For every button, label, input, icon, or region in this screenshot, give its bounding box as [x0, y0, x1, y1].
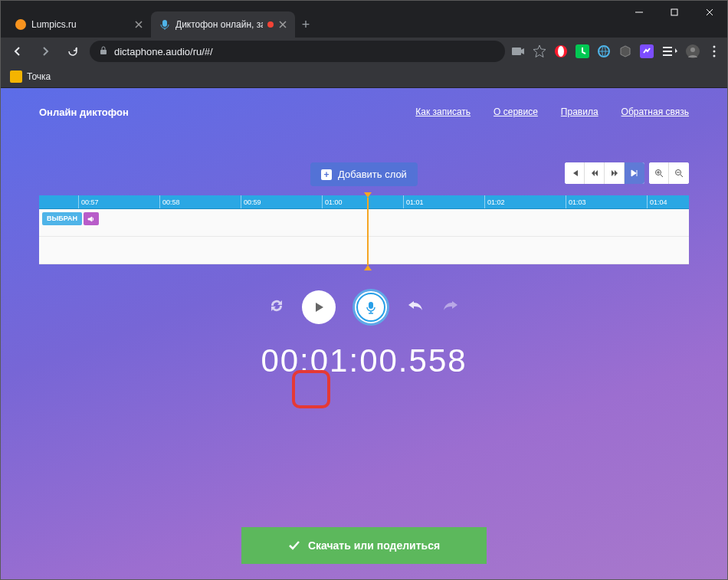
nav-contact[interactable]: Обратная связь: [621, 106, 689, 118]
svg-point-12: [713, 46, 716, 48]
undo-icon[interactable]: [406, 298, 425, 317]
playback-controls: [39, 289, 689, 326]
timer-display: 00:01:00.558: [39, 342, 689, 379]
maximize-button[interactable]: [657, 1, 692, 24]
url-text: dictaphone.audio/ru/#/: [114, 46, 213, 57]
svg-rect-4: [512, 48, 521, 55]
globe-ext-icon[interactable]: [597, 44, 611, 58]
opera-ext-icon[interactable]: [554, 44, 568, 58]
zoom-in-button[interactable]: [649, 162, 669, 184]
ruler-tick: 01:03: [566, 195, 586, 208]
svg-point-11: [690, 48, 695, 52]
svg-point-14: [713, 55, 716, 57]
cube-ext-icon[interactable]: [618, 44, 632, 58]
ruler-tick: 00:58: [159, 195, 180, 208]
ruler-tick: 00:57: [78, 195, 99, 208]
skip-end-button[interactable]: [625, 162, 644, 184]
bookmark-label[interactable]: Точка: [27, 71, 51, 82]
back-button[interactable]: [7, 41, 28, 62]
svg-point-13: [713, 51, 716, 53]
recording-indicator-icon: [267, 21, 274, 28]
reading-list-icon[interactable]: [661, 44, 678, 58]
nav-about[interactable]: О сервисе: [494, 106, 538, 118]
browser-titlebar: Lumpics.ru Диктофон онлайн, записать +: [1, 1, 727, 38]
editor: + Добавить слой 00:57 00:58: [39, 162, 689, 379]
browser-toolbar: dictaphone.audio/ru/#/: [1, 38, 727, 65]
star-icon[interactable]: [533, 44, 546, 58]
window-controls: [621, 1, 727, 24]
svg-rect-2: [671, 9, 677, 15]
tab-title: Lumpics.ru: [31, 19, 130, 30]
reload-button[interactable]: [62, 41, 84, 62]
zoom-controls: [649, 162, 689, 184]
extension-icons: [511, 44, 721, 58]
close-icon[interactable]: [134, 20, 143, 29]
tab-title: Диктофон онлайн, записать: [175, 19, 263, 30]
nav-rules[interactable]: Правила: [561, 106, 598, 118]
mic-icon: [356, 293, 385, 322]
check-icon: [288, 539, 300, 552]
new-tab-button[interactable]: +: [295, 11, 316, 38]
close-window-button[interactable]: [692, 1, 727, 24]
rewind-button[interactable]: [585, 162, 605, 184]
bookmarks-bar: Точка: [1, 65, 727, 88]
profile-avatar-icon[interactable]: [686, 44, 700, 58]
forward-button[interactable]: [34, 41, 56, 62]
sound-icon[interactable]: [84, 212, 99, 225]
minimize-button[interactable]: [621, 1, 657, 24]
folder-icon: [10, 70, 22, 83]
track-area[interactable]: ВЫБРАН: [39, 209, 689, 264]
ruler-tick: 01:01: [403, 195, 424, 208]
svg-rect-3: [100, 50, 107, 54]
site-logo[interactable]: Онлайн диктофон: [39, 106, 129, 118]
svg-point-6: [558, 46, 564, 57]
green-ext-icon[interactable]: [576, 44, 589, 58]
ruler-tick: 01:02: [484, 195, 505, 208]
zoom-out-button[interactable]: [669, 162, 689, 184]
close-icon[interactable]: [278, 20, 287, 29]
ruler-tick: 01:04: [647, 195, 667, 208]
page-content: Онлайн диктофон Как записать О сервисе П…: [1, 88, 727, 580]
download-button[interactable]: Скачать или поделиться: [241, 527, 487, 564]
site-nav: Как записать О сервисе Правила Обратная …: [415, 106, 689, 118]
add-layer-button[interactable]: + Добавить слой: [310, 162, 418, 186]
browser-tab-dictaphone[interactable]: Диктофон онлайн, записать: [151, 11, 295, 38]
favicon-mic: [159, 18, 171, 31]
transport-controls: [565, 162, 644, 184]
browser-tab-lumpics[interactable]: Lumpics.ru: [7, 11, 151, 38]
nav-how[interactable]: Как записать: [415, 106, 471, 118]
svg-point-0: [15, 19, 26, 30]
favicon-lumpics: [15, 18, 27, 31]
menu-icon[interactable]: [707, 44, 721, 58]
lock-icon: [99, 46, 108, 57]
svg-rect-17: [369, 302, 373, 309]
timeline-ruler[interactable]: 00:57 00:58 00:59 01:00 01:01 01:02 01:0…: [39, 195, 689, 209]
refresh-icon[interactable]: [268, 297, 285, 318]
redo-icon[interactable]: [441, 298, 460, 317]
download-label: Скачать или поделиться: [308, 539, 440, 552]
ruler-tick: 00:59: [241, 195, 261, 208]
purple-ext-icon[interactable]: [640, 44, 654, 58]
record-button[interactable]: [353, 289, 389, 326]
selected-badge[interactable]: ВЫБРАН: [42, 212, 82, 225]
add-layer-label: Добавить слой: [338, 169, 407, 180]
camera-icon[interactable]: [511, 44, 525, 58]
forward-fast-button[interactable]: [605, 162, 625, 184]
address-bar[interactable]: dictaphone.audio/ru/#/: [90, 41, 505, 62]
skip-start-button[interactable]: [565, 162, 585, 184]
svg-rect-1: [162, 20, 167, 27]
plus-icon: +: [321, 169, 332, 180]
ruler-tick: 01:00: [322, 195, 343, 208]
play-button[interactable]: [302, 290, 336, 324]
timeline[interactable]: 00:57 00:58 00:59 01:00 01:01 01:02 01:0…: [39, 195, 689, 264]
